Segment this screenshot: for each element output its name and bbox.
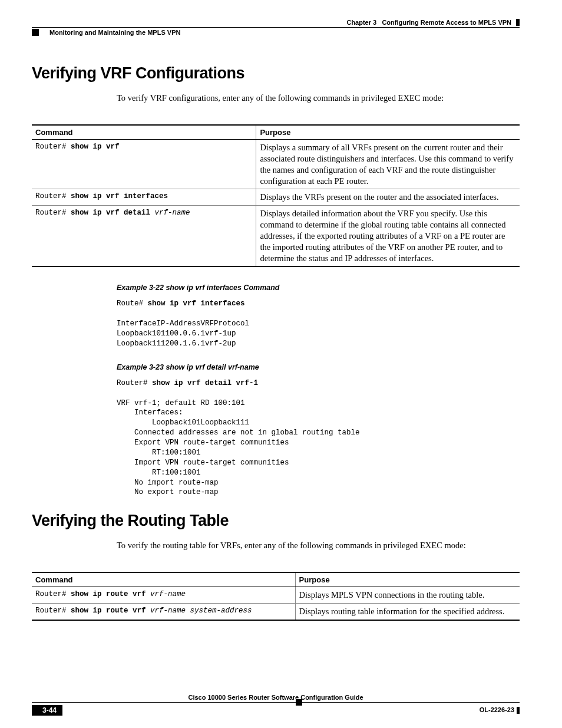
purpose-cell: Displays the VRFs present on the router … bbox=[256, 189, 520, 206]
section-title: Monitoring and Maintaining the MPLS VPN bbox=[49, 29, 180, 36]
intro-paragraph: To verify the routing table for VRFs, en… bbox=[117, 541, 520, 551]
purpose-cell: Displays detailed information about the … bbox=[256, 206, 520, 267]
purpose-cell: Displays MPLS VPN connections in the rou… bbox=[295, 587, 520, 604]
header-start-marker-icon bbox=[32, 29, 39, 36]
example-3-23-title: Example 3-23 show ip vrf detail vrf-name bbox=[117, 363, 520, 371]
document-id: OL-2226-23 bbox=[480, 706, 520, 714]
intro-paragraph: To verify VRF configurations, enter any … bbox=[117, 93, 520, 103]
table-header-row: Command Purpose bbox=[32, 572, 520, 587]
table-row: Router# show ip vrf Displays a summary o… bbox=[32, 140, 520, 189]
chapter-title: Configuring Remote Access to MPLS VPN bbox=[382, 19, 511, 26]
chapter-label: Chapter 3 bbox=[346, 19, 376, 26]
table-row: Router# show ip vrf interfaces Displays … bbox=[32, 189, 520, 206]
command-cell: Router# show ip vrf detail vrf-name bbox=[32, 206, 256, 267]
routing-table-command-table: Command Purpose Router# show ip route vr… bbox=[32, 572, 520, 621]
column-header-command: Command bbox=[32, 125, 256, 140]
command-cell: Router# show ip vrf bbox=[32, 140, 256, 189]
chapter-header: Chapter 3 Configuring Remote Access to M… bbox=[32, 19, 520, 26]
table-row: Router# show ip route vrf vrf-name syste… bbox=[32, 604, 520, 620]
vrf-command-table: Command Purpose Router# show ip vrf Disp… bbox=[32, 124, 520, 267]
example-3-22-code: Route# show ip vrf interfaces InterfaceI… bbox=[117, 299, 520, 348]
page-footer: Cisco 10000 Series Router Software Confi… bbox=[32, 694, 520, 714]
page-number-badge: 3-44 bbox=[32, 705, 62, 716]
example-3-22-title: Example 3-22 show ip vrf interfaces Comm… bbox=[117, 284, 520, 292]
heading-verifying-routing-table: Verifying the Routing Table bbox=[32, 512, 520, 530]
table-row: Router# show ip route vrf vrf-name Displ… bbox=[32, 587, 520, 604]
footer-rule: 3-44 OL-2226-23 bbox=[32, 702, 520, 714]
purpose-cell: Displays routing table information for t… bbox=[295, 604, 520, 620]
command-cell: Router# show ip vrf interfaces bbox=[32, 189, 256, 206]
column-header-purpose: Purpose bbox=[295, 572, 520, 587]
column-header-purpose: Purpose bbox=[256, 125, 520, 140]
header-end-marker-icon bbox=[516, 19, 520, 26]
example-3-23-code: Router# show ip vrf detail vrf-1 VRF vrf… bbox=[117, 378, 520, 498]
heading-verifying-vrf-configurations: Verifying VRF Configurations bbox=[32, 64, 520, 83]
footer-marker-icon bbox=[296, 699, 302, 706]
section-header: Monitoring and Maintaining the MPLS VPN bbox=[32, 27, 520, 36]
table-row: Router# show ip vrf detail vrf-name Disp… bbox=[32, 206, 520, 267]
purpose-cell: Displays a summary of all VRFs present o… bbox=[256, 140, 520, 189]
command-cell: Router# show ip route vrf vrf-name bbox=[32, 587, 295, 604]
guide-title: Cisco 10000 Series Router Software Confi… bbox=[32, 694, 520, 702]
command-cell: Router# show ip route vrf vrf-name syste… bbox=[32, 604, 295, 620]
doc-id-end-marker-icon bbox=[517, 707, 520, 714]
table-header-row: Command Purpose bbox=[32, 125, 520, 140]
column-header-command: Command bbox=[32, 572, 295, 587]
